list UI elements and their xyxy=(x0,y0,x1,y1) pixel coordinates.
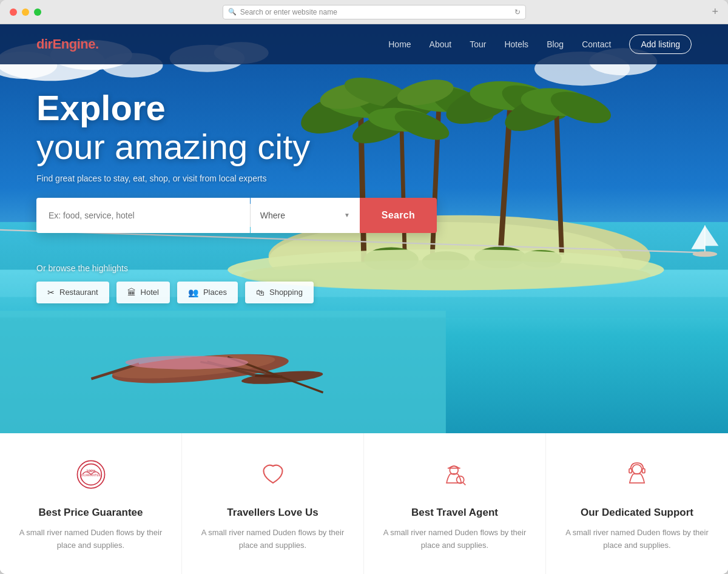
feature-desc-support: A small river named Duden flows by their… xyxy=(564,527,710,552)
nav-item-tour[interactable]: Tour xyxy=(470,39,486,50)
search-input[interactable] xyxy=(36,198,250,233)
address-bar[interactable]: 🔍 Search or enter website name ↻ xyxy=(223,5,526,19)
nav-link-home[interactable]: Home xyxy=(388,39,411,49)
browser-window: 🔍 Search or enter website name ↻ + xyxy=(0,0,728,574)
pill-restaurant[interactable]: ✂ Restaurant xyxy=(36,282,109,303)
agent-icon xyxy=(436,455,474,494)
browse-label: Or browse the highlights xyxy=(36,263,692,273)
svg-line-67 xyxy=(463,482,465,485)
nav-item-contact[interactable]: Contact xyxy=(582,39,611,50)
feature-card-support: Our Dedicated Support A small river name… xyxy=(546,433,728,574)
chevron-down-icon: ▼ xyxy=(344,212,350,218)
feature-title-guarantee: Best Price Guarantee xyxy=(18,506,163,519)
pill-hotel-label: Hotel xyxy=(141,288,159,297)
nav-link-add-listing[interactable]: Add listing xyxy=(629,35,692,54)
places-icon: 👥 xyxy=(188,288,198,297)
browse-section: Or browse the highlights ✂ Restaurant 🏛 … xyxy=(0,251,728,316)
logo-text: dirEngine. xyxy=(36,36,99,52)
refresh-icon[interactable]: ↻ xyxy=(514,8,521,16)
pill-restaurant-label: Restaurant xyxy=(59,288,98,297)
nav-item-home[interactable]: Home xyxy=(388,39,411,50)
nav-links: Home About Tour Hotels Blog Contact Add … xyxy=(388,39,692,50)
nav-link-blog[interactable]: Blog xyxy=(547,39,564,49)
address-text: Search or enter website name xyxy=(240,8,511,16)
svg-point-59 xyxy=(126,356,248,369)
navbar: dirEngine. Home About Tour Hotels Blog C… xyxy=(0,24,728,64)
feature-card-agent: Best Travel Agent A small river named Du… xyxy=(364,433,546,574)
svg-point-68 xyxy=(632,465,642,474)
svg-rect-69 xyxy=(629,469,632,473)
website: dirEngine. Home About Tour Hotels Blog C… xyxy=(0,24,728,574)
browse-pills: ✂ Restaurant 🏛 Hotel 👥 Places 🛍 xyxy=(36,282,692,303)
nav-item-about[interactable]: About xyxy=(430,39,452,50)
new-tab-button[interactable]: + xyxy=(712,5,718,18)
logo: dirEngine. xyxy=(36,36,99,52)
search-where-wrapper[interactable]: Where ▼ xyxy=(251,198,360,233)
nav-link-hotels[interactable]: Hotels xyxy=(504,39,528,49)
feature-title-support: Our Dedicated Support xyxy=(564,506,710,519)
hero-title-line1: Explore xyxy=(36,89,692,127)
maximize-button[interactable] xyxy=(34,8,41,16)
hotel-icon: 🏛 xyxy=(127,288,136,297)
restaurant-icon: ✂ xyxy=(47,288,55,297)
nav-item-add-listing[interactable]: Add listing xyxy=(629,39,692,50)
feature-desc-guarantee: A small river named Duden flows by their… xyxy=(18,527,163,552)
search-where-label: Where xyxy=(260,211,344,220)
search-bar: Where ▼ Search xyxy=(36,198,437,233)
close-button[interactable] xyxy=(10,8,17,16)
hero-content: Explore your amazing city Find great pla… xyxy=(0,64,728,251)
pill-places[interactable]: 👥 Places xyxy=(177,282,238,303)
pill-shopping[interactable]: 🛍 Shopping xyxy=(245,282,314,303)
search-button[interactable]: Search xyxy=(360,198,437,233)
pill-hotel[interactable]: 🏛 Hotel xyxy=(116,282,170,303)
search-icon: 🔍 xyxy=(228,8,237,16)
feature-desc-agent: A small river named Duden flows by their… xyxy=(382,527,527,552)
nav-link-tour[interactable]: Tour xyxy=(470,39,486,49)
nav-link-about[interactable]: About xyxy=(430,39,452,49)
hero-title-line2: your amazing city xyxy=(36,127,692,166)
browser-content: dirEngine. Home About Tour Hotels Blog C… xyxy=(0,24,728,574)
hero-subtitle: Find great places to stay, eat, shop, or… xyxy=(36,174,692,183)
pill-places-label: Places xyxy=(203,288,227,297)
shopping-icon: 🛍 xyxy=(256,288,265,297)
feature-card-love: Travellers Love Us A small river named D… xyxy=(182,433,364,574)
hero-section: dirEngine. Home About Tour Hotels Blog C… xyxy=(0,24,728,433)
guarantee-icon: 100% GUARANTEE xyxy=(72,455,110,494)
nav-item-blog[interactable]: Blog xyxy=(547,39,564,50)
feature-title-love: Travellers Love Us xyxy=(200,506,345,519)
feature-desc-love: A small river named Duden flows by their… xyxy=(200,527,345,552)
browser-titlebar: 🔍 Search or enter website name ↻ + xyxy=(0,0,728,24)
hero-title: Explore your amazing city xyxy=(36,89,692,166)
nav-item-hotels[interactable]: Hotels xyxy=(504,39,528,50)
pill-shopping-label: Shopping xyxy=(269,288,303,297)
svg-rect-70 xyxy=(642,469,645,473)
minimize-button[interactable] xyxy=(22,8,29,16)
features-section: 100% GUARANTEE Best Price Guarantee A sm… xyxy=(0,433,728,574)
feature-title-agent: Best Travel Agent xyxy=(382,506,527,519)
heart-icon xyxy=(254,455,292,494)
nav-link-contact[interactable]: Contact xyxy=(582,39,611,49)
feature-card-guarantee: 100% GUARANTEE Best Price Guarantee A sm… xyxy=(0,433,182,574)
support-icon xyxy=(618,455,656,494)
